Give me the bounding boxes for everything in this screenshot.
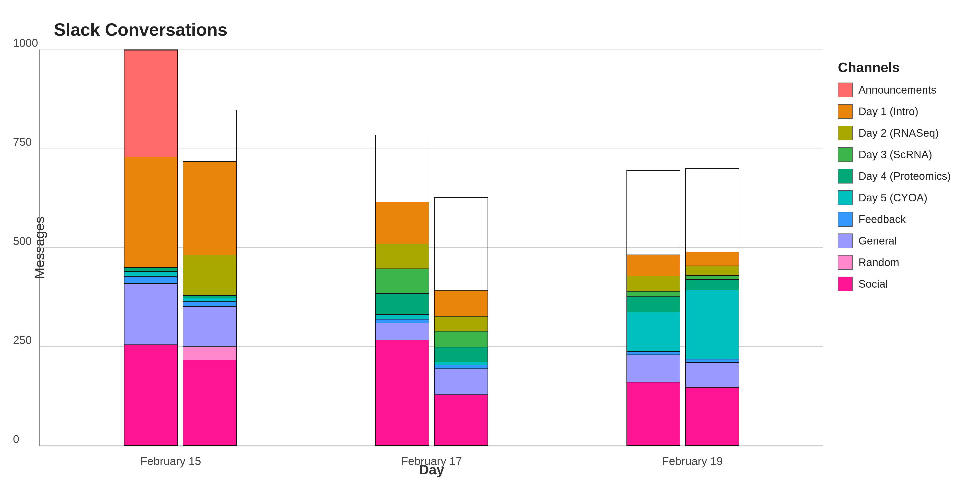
segment-Day-5-(CYOA): [124, 271, 177, 276]
legend-swatch: [838, 255, 853, 270]
legend-label: General: [859, 235, 897, 247]
bar-1-1: [434, 197, 488, 445]
segment-Feedback: [124, 276, 177, 283]
bar-wrapper-0-0: [124, 49, 178, 445]
chart-title: Slack Conversations: [54, 20, 965, 40]
segment-Announcements: [124, 50, 177, 157]
legend-item-Feedback: Feedback: [838, 212, 965, 227]
bar-1-0: [375, 135, 429, 445]
bar-group-0: [55, 49, 306, 445]
x-label-1: February 17: [401, 455, 462, 468]
segment-Day-4-(Proteomics): [434, 347, 488, 362]
segment-Day-3-(ScRNA): [434, 331, 488, 347]
segment-Day-3-(ScRNA): [686, 275, 739, 279]
segment-Day-3-(ScRNA): [376, 269, 429, 293]
x-label-0: February 15: [140, 455, 201, 468]
legend-item-Random: Random: [838, 255, 965, 270]
segment-Day-5-(CYOA): [686, 290, 739, 359]
legend-label: Feedback: [859, 213, 906, 225]
segment-General: [183, 306, 236, 347]
legend-swatch: [838, 126, 853, 140]
bars-container: [40, 49, 823, 445]
segment-Day-1-(Intro): [627, 255, 680, 276]
bar-group-1: [306, 49, 557, 445]
segment-Feedback: [627, 351, 680, 355]
segment-Feedback: [376, 319, 429, 323]
bar-0-1: [183, 110, 237, 445]
segment-Social: [686, 387, 739, 445]
segment-Social: [627, 382, 680, 445]
legend-label: Day 5 (CYOA): [859, 192, 928, 204]
segment-Day-4-(Proteomics): [183, 295, 236, 298]
bar-wrapper-1-0: [375, 49, 429, 445]
segment-Day-4-(Proteomics): [686, 279, 739, 290]
bar-wrapper-2-0: [627, 49, 680, 445]
segment-Day-2-(RNASeq): [376, 244, 429, 269]
y-tick-label: 0: [13, 433, 19, 445]
y-tick-label: 500: [13, 234, 32, 248]
legend-swatch: [838, 234, 853, 248]
legend-item-Day-5-(CYOA): Day 5 (CYOA): [838, 190, 965, 205]
segment-Feedback: [183, 301, 236, 306]
legend-label: Day 1 (Intro): [859, 105, 918, 118]
legend-swatch: [838, 104, 853, 119]
bar-wrapper-2-1: [685, 49, 739, 445]
segment-General: [686, 362, 739, 387]
legend-label: Social: [859, 278, 888, 290]
bar-wrapper-0-1: [183, 49, 237, 445]
legend-label: Day 4 (Proteomics): [859, 170, 951, 182]
segment-Day-1-(Intro): [686, 252, 739, 266]
segment-Day-2-(RNASeq): [183, 255, 236, 295]
bar-group-2: [557, 49, 808, 445]
segment-Random: [183, 347, 236, 360]
bar-wrapper-1-1: [434, 49, 488, 445]
segment-General: [627, 355, 680, 382]
segment-Day-5-(CYOA): [627, 312, 680, 351]
segment-Day-4-(Proteomics): [376, 293, 429, 314]
y-tick-label: 250: [13, 333, 32, 347]
segment-General: [434, 369, 488, 395]
legend-item-General: General: [838, 234, 965, 248]
legend-label: Day 3 (ScRNA): [859, 148, 932, 161]
legend-item-Day-2-(RNASeq): Day 2 (RNASeq): [838, 126, 965, 140]
legend-item-Day-4-(Proteomics): Day 4 (Proteomics): [838, 169, 965, 183]
legend-label: Random: [859, 256, 899, 269]
segment-Day-2-(RNASeq): [434, 316, 488, 331]
legend-label: Announcements: [859, 84, 936, 96]
chart-container: Slack Conversations Messages 02505007501…: [0, 0, 980, 490]
segment-Social: [434, 395, 488, 445]
legend-swatch: [838, 169, 853, 183]
legend-swatch: [838, 212, 853, 227]
chart-area: Messages 02505007501000 Day February 15F…: [39, 49, 965, 446]
segment-Day-2-(RNASeq): [627, 276, 680, 291]
segment-General: [376, 323, 429, 340]
segment-Day-1-(Intro): [124, 157, 177, 267]
segment-Social: [376, 340, 429, 445]
segment-Day-1-(Intro): [183, 161, 236, 255]
legend-swatch: [838, 83, 853, 97]
bar-2-0: [627, 170, 680, 445]
legend-item-Social: Social: [838, 277, 965, 291]
y-tick-label: 1000: [13, 36, 38, 49]
segment-Day-2-(RNASeq): [686, 266, 739, 275]
legend-items-container: AnnouncementsDay 1 (Intro)Day 2 (RNASeq)…: [838, 83, 965, 291]
y-tick-label: 750: [13, 135, 32, 148]
segment-Day-1-(Intro): [434, 290, 488, 316]
segment-Day-4-(Proteomics): [627, 296, 680, 312]
legend-label: Day 2 (RNASeq): [859, 127, 939, 139]
segment-Day-5-(CYOA): [434, 362, 488, 365]
segment-Day-5-(CYOA): [183, 298, 236, 301]
legend: Channels AnnouncementsDay 1 (Intro)Day 2…: [823, 49, 965, 446]
segment-Day-4-(Proteomics): [124, 267, 177, 271]
segment-General: [124, 283, 177, 344]
segment-Day-1-(Intro): [376, 202, 429, 244]
legend-item-Day-1-(Intro): Day 1 (Intro): [838, 104, 965, 119]
bar-0-0: [124, 49, 178, 445]
x-label-2: February 19: [662, 455, 723, 468]
legend-title: Channels: [838, 59, 965, 75]
plot-area: Messages 02505007501000 Day February 15F…: [39, 49, 823, 446]
legend-item-Day-3-(ScRNA): Day 3 (ScRNA): [838, 147, 965, 162]
segment-Feedback: [434, 365, 488, 369]
segment-Feedback: [686, 359, 739, 362]
segment-Social: [183, 360, 236, 445]
